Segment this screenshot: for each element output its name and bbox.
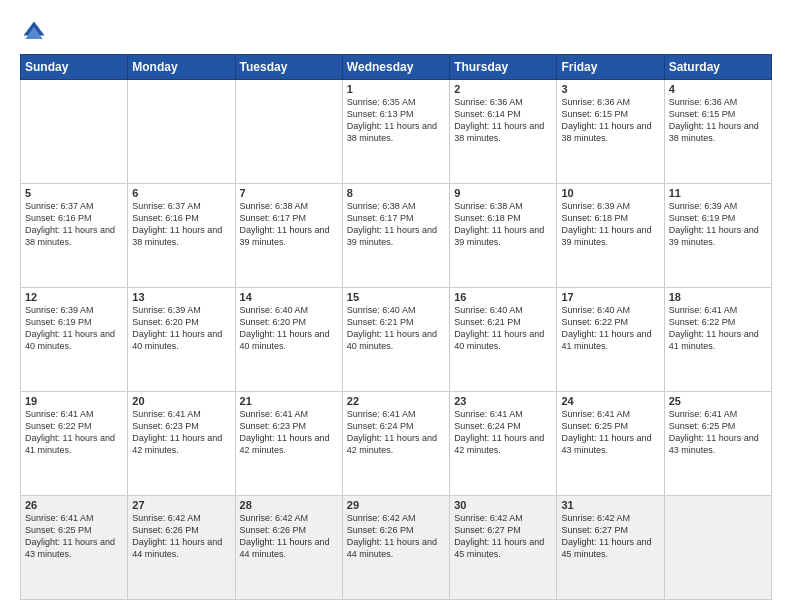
calendar-cell: 1Sunrise: 6:35 AM Sunset: 6:13 PM Daylig… <box>342 80 449 184</box>
calendar-week-5: 26Sunrise: 6:41 AM Sunset: 6:25 PM Dayli… <box>21 496 772 600</box>
day-info: Sunrise: 6:36 AM Sunset: 6:15 PM Dayligh… <box>561 96 659 145</box>
calendar-cell: 29Sunrise: 6:42 AM Sunset: 6:26 PM Dayli… <box>342 496 449 600</box>
col-header-tuesday: Tuesday <box>235 55 342 80</box>
calendar-cell: 9Sunrise: 6:38 AM Sunset: 6:18 PM Daylig… <box>450 184 557 288</box>
calendar-cell: 20Sunrise: 6:41 AM Sunset: 6:23 PM Dayli… <box>128 392 235 496</box>
day-info: Sunrise: 6:40 AM Sunset: 6:20 PM Dayligh… <box>240 304 338 353</box>
day-number: 20 <box>132 395 230 407</box>
day-info: Sunrise: 6:42 AM Sunset: 6:27 PM Dayligh… <box>454 512 552 561</box>
calendar-cell: 15Sunrise: 6:40 AM Sunset: 6:21 PM Dayli… <box>342 288 449 392</box>
day-info: Sunrise: 6:38 AM Sunset: 6:18 PM Dayligh… <box>454 200 552 249</box>
day-number: 3 <box>561 83 659 95</box>
calendar-cell: 12Sunrise: 6:39 AM Sunset: 6:19 PM Dayli… <box>21 288 128 392</box>
day-number: 7 <box>240 187 338 199</box>
col-header-friday: Friday <box>557 55 664 80</box>
day-info: Sunrise: 6:37 AM Sunset: 6:16 PM Dayligh… <box>25 200 123 249</box>
calendar-header-row: SundayMondayTuesdayWednesdayThursdayFrid… <box>21 55 772 80</box>
day-number: 23 <box>454 395 552 407</box>
day-info: Sunrise: 6:41 AM Sunset: 6:25 PM Dayligh… <box>669 408 767 457</box>
calendar-cell: 30Sunrise: 6:42 AM Sunset: 6:27 PM Dayli… <box>450 496 557 600</box>
day-info: Sunrise: 6:41 AM Sunset: 6:23 PM Dayligh… <box>132 408 230 457</box>
day-info: Sunrise: 6:36 AM Sunset: 6:14 PM Dayligh… <box>454 96 552 145</box>
calendar-cell: 2Sunrise: 6:36 AM Sunset: 6:14 PM Daylig… <box>450 80 557 184</box>
calendar-cell: 10Sunrise: 6:39 AM Sunset: 6:18 PM Dayli… <box>557 184 664 288</box>
calendar-week-4: 19Sunrise: 6:41 AM Sunset: 6:22 PM Dayli… <box>21 392 772 496</box>
logo <box>20 18 52 46</box>
day-number: 12 <box>25 291 123 303</box>
col-header-sunday: Sunday <box>21 55 128 80</box>
calendar-cell: 26Sunrise: 6:41 AM Sunset: 6:25 PM Dayli… <box>21 496 128 600</box>
day-number: 22 <box>347 395 445 407</box>
calendar-cell: 27Sunrise: 6:42 AM Sunset: 6:26 PM Dayli… <box>128 496 235 600</box>
day-number: 29 <box>347 499 445 511</box>
calendar-cell: 7Sunrise: 6:38 AM Sunset: 6:17 PM Daylig… <box>235 184 342 288</box>
day-info: Sunrise: 6:38 AM Sunset: 6:17 PM Dayligh… <box>240 200 338 249</box>
day-number: 17 <box>561 291 659 303</box>
day-info: Sunrise: 6:35 AM Sunset: 6:13 PM Dayligh… <box>347 96 445 145</box>
calendar-week-2: 5Sunrise: 6:37 AM Sunset: 6:16 PM Daylig… <box>21 184 772 288</box>
day-info: Sunrise: 6:39 AM Sunset: 6:19 PM Dayligh… <box>669 200 767 249</box>
day-number: 11 <box>669 187 767 199</box>
day-info: Sunrise: 6:38 AM Sunset: 6:17 PM Dayligh… <box>347 200 445 249</box>
day-number: 8 <box>347 187 445 199</box>
day-info: Sunrise: 6:37 AM Sunset: 6:16 PM Dayligh… <box>132 200 230 249</box>
calendar-cell: 21Sunrise: 6:41 AM Sunset: 6:23 PM Dayli… <box>235 392 342 496</box>
day-number: 4 <box>669 83 767 95</box>
day-info: Sunrise: 6:41 AM Sunset: 6:24 PM Dayligh… <box>347 408 445 457</box>
logo-icon <box>20 18 48 46</box>
day-info: Sunrise: 6:41 AM Sunset: 6:25 PM Dayligh… <box>561 408 659 457</box>
day-number: 27 <box>132 499 230 511</box>
day-number: 1 <box>347 83 445 95</box>
calendar-cell: 17Sunrise: 6:40 AM Sunset: 6:22 PM Dayli… <box>557 288 664 392</box>
day-info: Sunrise: 6:39 AM Sunset: 6:20 PM Dayligh… <box>132 304 230 353</box>
day-info: Sunrise: 6:41 AM Sunset: 6:25 PM Dayligh… <box>25 512 123 561</box>
calendar-cell: 28Sunrise: 6:42 AM Sunset: 6:26 PM Dayli… <box>235 496 342 600</box>
calendar-cell: 6Sunrise: 6:37 AM Sunset: 6:16 PM Daylig… <box>128 184 235 288</box>
calendar-cell: 8Sunrise: 6:38 AM Sunset: 6:17 PM Daylig… <box>342 184 449 288</box>
day-info: Sunrise: 6:42 AM Sunset: 6:26 PM Dayligh… <box>240 512 338 561</box>
col-header-thursday: Thursday <box>450 55 557 80</box>
day-number: 24 <box>561 395 659 407</box>
day-number: 14 <box>240 291 338 303</box>
calendar-cell: 11Sunrise: 6:39 AM Sunset: 6:19 PM Dayli… <box>664 184 771 288</box>
col-header-wednesday: Wednesday <box>342 55 449 80</box>
calendar-week-1: 1Sunrise: 6:35 AM Sunset: 6:13 PM Daylig… <box>21 80 772 184</box>
calendar-cell <box>664 496 771 600</box>
day-info: Sunrise: 6:41 AM Sunset: 6:23 PM Dayligh… <box>240 408 338 457</box>
calendar-cell: 18Sunrise: 6:41 AM Sunset: 6:22 PM Dayli… <box>664 288 771 392</box>
day-info: Sunrise: 6:41 AM Sunset: 6:22 PM Dayligh… <box>25 408 123 457</box>
day-number: 26 <box>25 499 123 511</box>
calendar-cell: 22Sunrise: 6:41 AM Sunset: 6:24 PM Dayli… <box>342 392 449 496</box>
day-number: 28 <box>240 499 338 511</box>
page: SundayMondayTuesdayWednesdayThursdayFrid… <box>0 0 792 612</box>
calendar-cell <box>21 80 128 184</box>
day-number: 10 <box>561 187 659 199</box>
day-info: Sunrise: 6:42 AM Sunset: 6:26 PM Dayligh… <box>347 512 445 561</box>
header <box>20 18 772 46</box>
day-info: Sunrise: 6:42 AM Sunset: 6:26 PM Dayligh… <box>132 512 230 561</box>
col-header-saturday: Saturday <box>664 55 771 80</box>
day-info: Sunrise: 6:40 AM Sunset: 6:22 PM Dayligh… <box>561 304 659 353</box>
day-number: 2 <box>454 83 552 95</box>
calendar-cell <box>128 80 235 184</box>
day-info: Sunrise: 6:41 AM Sunset: 6:22 PM Dayligh… <box>669 304 767 353</box>
calendar-cell: 19Sunrise: 6:41 AM Sunset: 6:22 PM Dayli… <box>21 392 128 496</box>
day-info: Sunrise: 6:41 AM Sunset: 6:24 PM Dayligh… <box>454 408 552 457</box>
calendar-cell: 23Sunrise: 6:41 AM Sunset: 6:24 PM Dayli… <box>450 392 557 496</box>
day-number: 21 <box>240 395 338 407</box>
calendar-table: SundayMondayTuesdayWednesdayThursdayFrid… <box>20 54 772 600</box>
calendar-cell: 5Sunrise: 6:37 AM Sunset: 6:16 PM Daylig… <box>21 184 128 288</box>
calendar-cell <box>235 80 342 184</box>
day-number: 18 <box>669 291 767 303</box>
day-number: 6 <box>132 187 230 199</box>
day-number: 5 <box>25 187 123 199</box>
day-number: 16 <box>454 291 552 303</box>
calendar-cell: 13Sunrise: 6:39 AM Sunset: 6:20 PM Dayli… <box>128 288 235 392</box>
calendar-cell: 16Sunrise: 6:40 AM Sunset: 6:21 PM Dayli… <box>450 288 557 392</box>
day-number: 13 <box>132 291 230 303</box>
day-info: Sunrise: 6:39 AM Sunset: 6:18 PM Dayligh… <box>561 200 659 249</box>
day-number: 31 <box>561 499 659 511</box>
day-info: Sunrise: 6:40 AM Sunset: 6:21 PM Dayligh… <box>347 304 445 353</box>
col-header-monday: Monday <box>128 55 235 80</box>
day-info: Sunrise: 6:40 AM Sunset: 6:21 PM Dayligh… <box>454 304 552 353</box>
